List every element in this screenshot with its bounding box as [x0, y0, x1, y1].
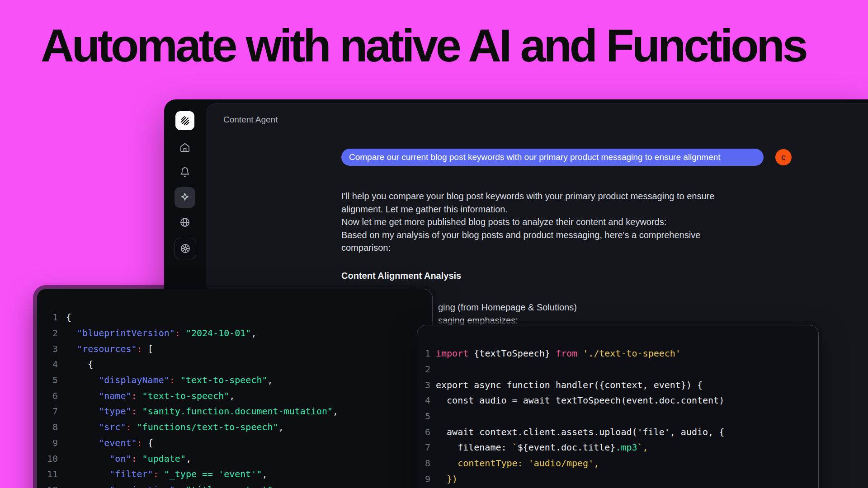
line-number: 5	[425, 411, 430, 422]
code-line: 7 "type": "sanity.function.document-muta…	[46, 404, 432, 419]
sidebar-item-home[interactable]	[179, 142, 190, 153]
code-line: 11 "filter": "_type == 'event'",	[46, 466, 432, 482]
code-line: 1{	[46, 310, 432, 325]
line-number: 3	[46, 343, 58, 354]
code-text: })	[436, 474, 458, 484]
assistant-message: I'll help you compare your blog post key…	[341, 190, 714, 254]
sidebar-item-media-library[interactable]	[175, 238, 196, 259]
code-line: 9 "event": {	[46, 435, 432, 451]
line-number: 8	[425, 458, 430, 469]
line-number: 6	[425, 427, 430, 437]
page-title: Automate with native AI and Functions	[41, 22, 836, 70]
line-number: 6	[46, 390, 58, 401]
code-line: 10 "on": "update",	[46, 450, 432, 466]
code-line: 2	[425, 361, 818, 377]
sanity-logo[interactable]	[175, 111, 194, 130]
line-number: 7	[425, 442, 430, 453]
line-number: 10	[46, 453, 58, 464]
code-text: "name": "text-to-speech",	[66, 390, 235, 401]
assistant-line: alignment. Let me gather this informatio…	[341, 203, 714, 216]
code-text: filename: `${event.doc.title}.mp3`,	[436, 442, 648, 453]
code-text: {	[66, 359, 93, 370]
code-text: await context.client.assets.upload('file…	[436, 427, 724, 437]
code-line: 6 "name": "text-to-speech",	[46, 388, 432, 404]
code-text: const audio = await textToSpeech(event.d…	[436, 395, 724, 406]
code-line: 1import {textToSpeech} from './text-to-s…	[425, 346, 818, 361]
code-line: 4 {	[46, 357, 432, 372]
line-number: 4	[425, 395, 430, 406]
code-text: "on": "update",	[66, 453, 191, 464]
sidebar-item-globe[interactable]	[179, 217, 190, 228]
globe-icon	[179, 217, 190, 228]
code-line: 5 "displayName": "text-to-speech",	[46, 372, 432, 388]
line-number: 1	[46, 312, 58, 323]
code-text: "src": "functions/text-to-speech",	[66, 422, 284, 432]
user-message-bubble: Compare our current blog post keywords w…	[341, 149, 764, 166]
code-text: "event": {	[66, 437, 153, 448]
code-text: import {textToSpeech} from './text-to-sp…	[436, 348, 681, 359]
assistant-line-partial: ging (from Homepage & Solutions)	[438, 302, 577, 313]
home-icon	[179, 142, 190, 153]
code-line: 6 await context.client.assets.upload('fi…	[425, 424, 818, 440]
sidebar-item-notifications[interactable]	[179, 167, 190, 178]
line-number: 9	[425, 474, 430, 484]
code-line: 8 contentType: 'audio/mpeg',	[425, 455, 818, 471]
user-avatar: c	[775, 149, 792, 165]
bell-icon	[179, 167, 190, 178]
code-text: "type": "sanity.function.document-mutati…	[66, 406, 338, 417]
code-line: 8 "src": "functions/text-to-speech",	[46, 419, 432, 435]
line-number: 5	[46, 375, 58, 385]
panel-title: Content Agent	[223, 115, 278, 125]
code-text: {	[66, 312, 71, 323]
code-line: 9 })	[425, 471, 818, 487]
code-text: "blueprintVersion": "2024-10-01",	[66, 328, 256, 338]
code-line: 7 filename: `${event.doc.title}.mp3`,	[425, 440, 818, 455]
assistant-line: Now let me get more published blog posts…	[341, 216, 714, 229]
code-text: "resources": [	[66, 343, 153, 354]
line-number: 2	[46, 328, 58, 338]
analysis-heading: Content Alignment Analysis	[341, 271, 461, 281]
code-text: "filter": "_type == 'event'",	[66, 469, 268, 479]
code-line: 4 const audio = await textToSpeech(event…	[425, 393, 818, 408]
sparkle-icon	[179, 192, 190, 203]
js-editor-window: 1import {textToSpeech} from './text-to-s…	[417, 325, 819, 488]
code-text: "projection": "title, content"	[66, 484, 273, 488]
line-number: 8	[46, 422, 58, 432]
line-number: 12	[46, 484, 58, 488]
media-reel-icon	[180, 243, 191, 254]
line-number: 11	[46, 469, 58, 479]
line-number: 9	[46, 437, 58, 448]
line-number: 2	[425, 364, 430, 375]
sidebar-item-ai-assist[interactable]	[175, 187, 195, 208]
code-line: 3 "resources": [	[46, 341, 432, 357]
code-line: 5	[425, 408, 818, 424]
code-line: 3export async function handler({context,…	[425, 377, 818, 393]
assistant-line: I'll help you compare your blog post key…	[341, 190, 714, 203]
line-number: 3	[425, 380, 430, 390]
assistant-line: comparison:	[341, 241, 714, 254]
code-text: export async function handler({context, …	[436, 380, 703, 390]
code-line: 2 "blueprintVersion": "2024-10-01",	[46, 325, 432, 341]
line-number: 4	[46, 359, 58, 370]
assistant-line-partial: saging emphasizes:	[438, 315, 518, 326]
code-text: "displayName": "text-to-speech",	[66, 375, 273, 385]
code-text: contentType: 'audio/mpeg',	[436, 458, 599, 469]
line-number: 1	[425, 348, 430, 359]
code-line: 12 "projection": "title, content"	[46, 482, 432, 488]
assistant-line: Based on my analysis of your blog posts …	[341, 229, 714, 242]
line-number: 7	[46, 406, 58, 417]
sanity-logo-icon	[179, 115, 191, 127]
json-editor-window: 1{2 "blueprintVersion": "2024-10-01",3 "…	[37, 289, 433, 488]
